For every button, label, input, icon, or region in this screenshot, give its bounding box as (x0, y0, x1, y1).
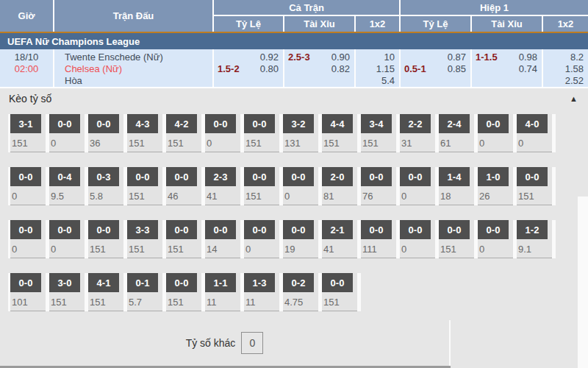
score-chip[interactable]: 2-4 (439, 114, 470, 133)
score-chip[interactable]: 0-0 (10, 273, 41, 292)
full-handicap-odds-home[interactable]: 0.92 (214, 52, 279, 63)
full-handicap-cell[interactable]: 1.5-2 0.92 0.80 (214, 49, 283, 87)
score-chip[interactable]: 0-0 (400, 220, 431, 239)
score-odds-cell[interactable]: 1-311 (244, 273, 283, 311)
score-odds-cell[interactable]: 3-2131 (283, 114, 322, 152)
score-chip[interactable]: 0-0 (400, 167, 431, 186)
score-odds-cell[interactable]: 0-014 (205, 220, 244, 258)
score-chip[interactable]: 0-0 (127, 167, 158, 186)
score-chip[interactable]: 0-0 (10, 220, 41, 239)
score-odds-cell[interactable]: 3-0151 (49, 273, 88, 311)
full-1x2-away[interactable]: 1.15 (356, 63, 395, 75)
score-chip[interactable]: 0-0 (166, 220, 197, 239)
score-chip[interactable]: 0-0 (49, 220, 80, 239)
score-odds-cell[interactable]: 3-3151 (127, 220, 166, 258)
score-chip[interactable]: 1-4 (439, 167, 470, 186)
score-chip[interactable]: 0-2 (283, 273, 314, 292)
score-chip[interactable]: 0-0 (283, 220, 314, 239)
score-odds-cell[interactable]: 2-341 (205, 167, 244, 205)
score-chip[interactable]: 4-3 (127, 114, 158, 133)
score-odds-cell[interactable]: 4-00 (517, 114, 556, 152)
score-odds-cell[interactable]: 0-0151 (88, 220, 127, 258)
score-odds-cell[interactable]: 3-4151 (361, 114, 400, 152)
score-odds-cell[interactable]: 2-081 (322, 167, 361, 205)
score-chip[interactable]: 2-2 (400, 114, 431, 133)
score-odds-cell[interactable]: 0-0151 (244, 114, 283, 152)
score-odds-cell[interactable]: 1-29.1 (517, 220, 556, 258)
score-odds-cell[interactable]: 1-026 (478, 167, 517, 205)
score-odds-cell[interactable]: 0-00 (283, 167, 322, 205)
score-chip[interactable]: 0-0 (439, 220, 470, 239)
score-odds-cell[interactable]: 0-00 (400, 220, 439, 258)
correct-score-header[interactable]: Kèo tỷ số ▲ (0, 88, 588, 108)
score-odds-cell[interactable]: 0-0111 (361, 220, 400, 258)
half-overunder-cell[interactable]: 1-1.5 0.98 0.74 (472, 49, 542, 87)
score-chip[interactable]: 1-1 (205, 273, 236, 292)
score-odds-cell[interactable]: 0-00 (49, 114, 88, 152)
score-chip[interactable]: 3-2 (283, 114, 314, 133)
half-1x2-draw[interactable]: 2.52 (543, 75, 584, 87)
full-under-odds[interactable]: 0.82 (284, 63, 350, 75)
score-chip[interactable]: 0-0 (10, 167, 41, 186)
score-odds-cell[interactable]: 2-231 (400, 114, 439, 152)
score-odds-cell[interactable]: 0-00 (244, 220, 283, 258)
score-chip[interactable]: 2-1 (322, 220, 353, 239)
score-odds-cell[interactable]: 0-00 (49, 220, 88, 258)
score-odds-cell[interactable]: 0-0151 (517, 167, 556, 205)
score-chip[interactable]: 4-1 (88, 273, 119, 292)
score-chip[interactable]: 0-0 (322, 273, 353, 292)
full-1x2-cell[interactable]: 10 1.15 5.4 (356, 49, 399, 87)
score-chip[interactable]: 0-3 (88, 167, 119, 186)
score-odds-cell[interactable]: 0-0151 (322, 273, 361, 311)
score-odds-cell[interactable]: 0-046 (166, 167, 205, 205)
score-chip[interactable]: 3-4 (361, 114, 392, 133)
score-chip[interactable]: 4-0 (517, 114, 548, 133)
score-chip[interactable]: 0-0 (283, 167, 314, 186)
home-team[interactable]: Twente Enschede (Nữ) (65, 52, 212, 63)
score-chip[interactable]: 0-0 (88, 220, 119, 239)
score-chip[interactable]: 0-0 (244, 167, 275, 186)
score-odds-cell[interactable]: 0-0151 (127, 167, 166, 205)
score-chip[interactable]: 0-0 (361, 220, 392, 239)
score-chip[interactable]: 3-3 (127, 220, 158, 239)
score-odds-cell[interactable]: 0-0101 (8, 273, 49, 311)
score-odds-cell[interactable]: 0-0151 (166, 220, 205, 258)
score-odds-cell[interactable]: 1-111 (205, 273, 244, 311)
score-odds-cell[interactable]: 0-24.75 (283, 273, 322, 311)
score-odds-cell[interactable]: 0-076 (361, 167, 400, 205)
score-odds-cell[interactable]: 0-00 (478, 114, 517, 152)
score-odds-cell[interactable]: 0-15.7 (127, 273, 166, 311)
score-odds-cell[interactable]: 4-2151 (166, 114, 205, 152)
score-chip[interactable]: 1-2 (517, 220, 548, 239)
full-1x2-draw[interactable]: 5.4 (356, 75, 395, 87)
score-chip[interactable]: 0-0 (244, 114, 275, 133)
score-chip[interactable]: 0-0 (205, 114, 236, 133)
score-chip[interactable]: 0-4 (49, 167, 80, 186)
score-odds-cell[interactable]: 4-3151 (127, 114, 166, 152)
score-odds-cell[interactable]: 0-019 (283, 220, 322, 258)
score-chip[interactable]: 0-0 (166, 167, 197, 186)
score-chip[interactable]: 0-0 (205, 220, 236, 239)
score-chip[interactable]: 1-0 (478, 167, 509, 186)
half-1x2-away[interactable]: 1.58 (543, 63, 584, 75)
score-odds-cell[interactable]: 0-00 (8, 167, 49, 205)
score-odds-cell[interactable]: 1-418 (439, 167, 478, 205)
score-odds-cell[interactable]: 0-49.5 (49, 167, 88, 205)
half-handicap-cell[interactable]: 0.5-1 0.87 0.85 (401, 49, 470, 87)
score-odds-cell[interactable]: 2-141 (322, 220, 361, 258)
score-chip[interactable]: 1-3 (244, 273, 275, 292)
score-chip[interactable]: 0-0 (478, 114, 509, 133)
chevron-up-icon[interactable]: ▲ (570, 94, 578, 103)
half-1x2-home[interactable]: 8.2 (543, 52, 584, 63)
score-chip[interactable]: 2-0 (322, 167, 353, 186)
score-chip[interactable]: 4-2 (166, 114, 197, 133)
other-score-box[interactable]: 0 (241, 332, 263, 354)
score-chip[interactable]: 0-0 (517, 167, 548, 186)
score-chip[interactable]: 0-0 (166, 273, 197, 292)
score-odds-cell[interactable]: 4-4151 (322, 114, 361, 152)
score-odds-cell[interactable]: 0-00 (400, 167, 439, 205)
score-chip[interactable]: 0-0 (244, 220, 275, 239)
score-odds-cell[interactable]: 3-1151 (8, 114, 49, 152)
score-odds-cell[interactable]: 2-461 (439, 114, 478, 152)
half-handicap-odds-home[interactable]: 0.87 (401, 52, 466, 63)
